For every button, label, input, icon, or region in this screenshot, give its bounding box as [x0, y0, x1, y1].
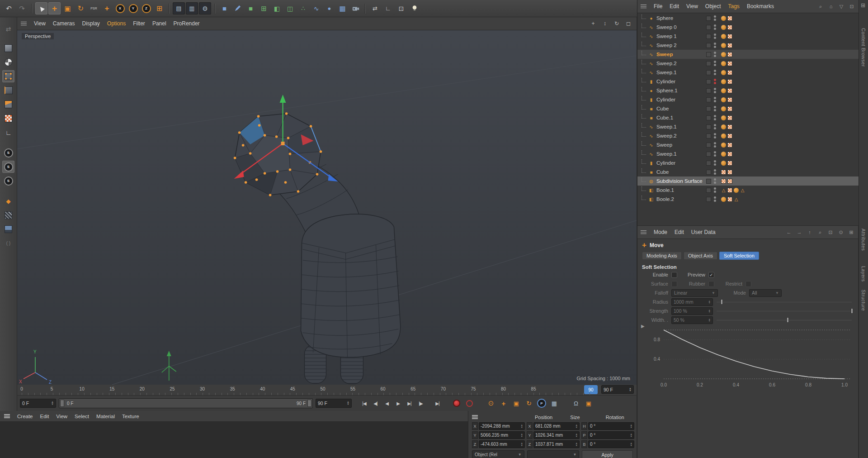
position-z-field[interactable]: -474.603 mm▲▼	[479, 440, 525, 448]
spline-pen-icon[interactable]	[231, 2, 244, 14]
phong-tag-icon[interactable]	[721, 197, 726, 202]
object-enable-toggle[interactable]	[706, 143, 711, 148]
keyframe-snap-button[interactable]: Ω	[571, 398, 581, 408]
object-enable-toggle[interactable]	[706, 106, 711, 111]
size-y-field[interactable]: 1026.341 mm▲▼	[533, 431, 580, 439]
dock-tab-structure[interactable]: Structure	[861, 290, 866, 311]
object-row-sphere[interactable]: ●Sphere	[637, 14, 859, 23]
keyframe-selection-button[interactable]: ⊙	[486, 398, 496, 408]
coordinate-space-select[interactable]: ▼	[527, 450, 580, 458]
phong-tag-icon[interactable]	[721, 61, 726, 66]
phong-tag-icon[interactable]	[721, 143, 726, 148]
phong-tag-icon[interactable]	[721, 25, 726, 30]
forward-icon[interactable]: →	[796, 229, 803, 236]
range-grip-right[interactable]	[307, 400, 311, 407]
render-picture-viewer-icon[interactable]: ▥	[186, 2, 198, 14]
checker-tag-icon[interactable]	[727, 25, 732, 30]
tab-object-axis[interactable]: Object Axis	[684, 252, 717, 260]
materials-menu-create[interactable]: Create	[14, 413, 37, 420]
position-x-field[interactable]: -2094.288 mm▲▼	[479, 422, 525, 430]
visibility-dots[interactable]	[714, 106, 716, 111]
checker-tag-icon[interactable]	[727, 97, 732, 102]
material-menu-icon[interactable]	[4, 414, 10, 419]
materials-menu-select[interactable]: Select	[71, 413, 93, 420]
enabled-axes-icon[interactable]: +	[101, 2, 113, 14]
record-keyframe-button[interactable]	[452, 398, 462, 408]
object-row-cylinder[interactable]: ▮Cylinder	[637, 95, 859, 104]
chevron-right-icon[interactable]: ▶	[641, 324, 645, 329]
coordinate-mode-select[interactable]: Object (Rel▼	[472, 450, 524, 458]
timeline-playhead[interactable]: 90	[584, 385, 598, 394]
checker-tag-icon[interactable]	[727, 79, 732, 84]
checker-tag-icon[interactable]	[727, 106, 732, 111]
checker-tag-icon[interactable]	[727, 134, 732, 138]
checker-tag-icon[interactable]	[727, 124, 732, 129]
lock-z-axis-icon[interactable]: Z	[140, 2, 152, 14]
object-enable-toggle[interactable]	[706, 25, 711, 30]
visibility-dots[interactable]	[714, 187, 716, 193]
checker-tag-icon[interactable]	[721, 170, 726, 175]
materials-menu-edit[interactable]: Edit	[37, 413, 53, 420]
object-manager-menu-icon[interactable]	[641, 4, 647, 9]
lock-x-axis-icon[interactable]: X	[114, 2, 126, 14]
rotation-p-field[interactable]: 0 °▲▼	[588, 431, 634, 439]
workplane-icon[interactable]: ∟	[382, 2, 394, 14]
attributes-menu-user-data[interactable]: User Data	[688, 228, 719, 237]
object-row-sweep-1[interactable]: ∿Sweep.1	[637, 68, 859, 77]
object-enable-toggle[interactable]	[706, 88, 711, 93]
range-grip-left[interactable]	[60, 400, 64, 407]
cloner-icon[interactable]: ∴	[297, 2, 309, 14]
viewport-menu-prorender[interactable]: ProRender	[170, 19, 203, 28]
visibility-dots[interactable]	[714, 70, 716, 75]
viewport-menu-options[interactable]: Options	[104, 19, 129, 28]
visibility-dots[interactable]	[714, 97, 716, 102]
texture-mode-icon[interactable]	[2, 112, 14, 124]
last-tool-psr-icon[interactable]: PSR	[88, 2, 100, 14]
phong-tag-icon[interactable]	[721, 161, 726, 166]
phong-tag-icon[interactable]	[721, 34, 726, 39]
object-enable-toggle[interactable]	[706, 179, 711, 184]
record-scale-button[interactable]: ▣	[511, 398, 521, 408]
camera-icon[interactable]	[349, 2, 362, 14]
checker-tag-icon[interactable]	[727, 52, 732, 57]
focus-icon[interactable]: ⊙	[837, 229, 844, 236]
search-icon[interactable]: ⌕	[816, 229, 824, 236]
viewport-menu-panel[interactable]: Panel	[149, 19, 170, 28]
width-slider[interactable]	[717, 317, 854, 323]
width-field[interactable]: 50 %▲▼	[671, 316, 713, 324]
visibility-dots[interactable]	[714, 61, 716, 66]
next-frame-button[interactable]: ▶|	[404, 398, 415, 408]
phong-tag-icon[interactable]	[721, 124, 726, 129]
model-mode-icon[interactable]	[2, 42, 14, 54]
radius-slider[interactable]	[717, 299, 854, 305]
phong-tag-icon[interactable]	[721, 52, 726, 57]
object-row-boole-1[interactable]: ◧Boole.1△△	[637, 186, 859, 195]
lock-icon[interactable]: ⊡	[848, 3, 855, 10]
viewport-menu-view[interactable]: View	[30, 19, 49, 28]
object-row-sweep-1[interactable]: ∿Sweep 1	[637, 32, 859, 41]
checker-tag-icon[interactable]	[727, 188, 732, 193]
visibility-dots[interactable]	[714, 79, 716, 84]
autokey-button[interactable]	[464, 398, 474, 408]
goto-start-button[interactable]: |◀	[359, 398, 369, 408]
size-x-field[interactable]: 681.028 mm▲▼	[533, 422, 580, 430]
checker-tag-icon[interactable]	[727, 88, 732, 93]
prev-frame-button[interactable]: ◀	[382, 398, 392, 408]
render-view-icon[interactable]: ▤	[173, 2, 185, 14]
object-enable-toggle[interactable]	[706, 43, 711, 48]
spline-arc-icon[interactable]: ∿	[310, 2, 322, 14]
material-list-empty[interactable]	[0, 422, 468, 458]
generator-array-icon[interactable]: ⊞	[258, 2, 270, 14]
visibility-dots[interactable]	[714, 115, 716, 120]
move-tool-icon[interactable]: +	[48, 2, 61, 14]
object-row-cylinder[interactable]: ▮Cylinder	[637, 77, 859, 86]
up-icon[interactable]: ↑	[806, 229, 813, 236]
timeline-window-button[interactable]: ▣	[584, 398, 594, 408]
visibility-dots[interactable]	[714, 133, 716, 138]
strength-slider[interactable]	[717, 308, 854, 314]
object-row-sweep-1[interactable]: ∿Sweep.1	[637, 149, 859, 158]
materials-menu-texture[interactable]: Texture	[118, 413, 143, 420]
object-enable-toggle[interactable]	[706, 134, 711, 138]
toggle-view-icon[interactable]: ◻	[624, 19, 633, 28]
object-enable-toggle[interactable]	[706, 52, 711, 57]
